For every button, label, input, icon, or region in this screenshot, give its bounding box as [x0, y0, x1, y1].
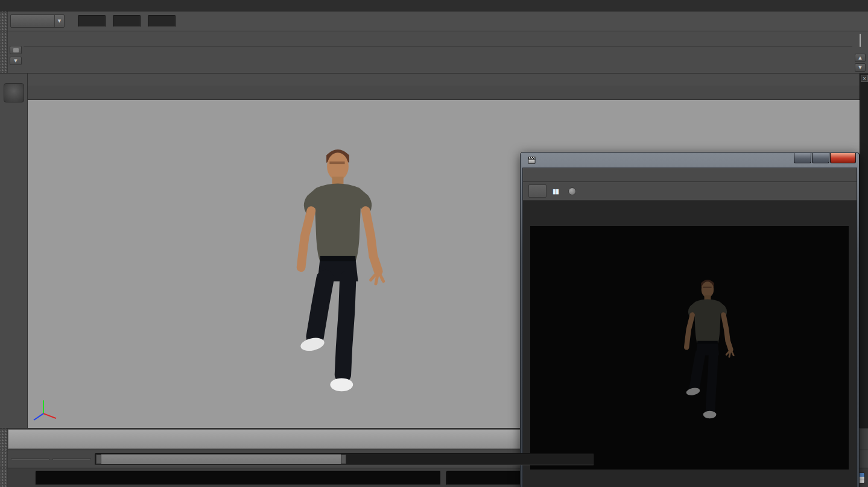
maximize-button[interactable] — [812, 153, 829, 163]
status-line: ▼ — [0, 11, 868, 31]
playback-range-bar[interactable] — [96, 454, 346, 464]
close-button[interactable] — [830, 153, 856, 163]
maya-application-window: ▼ ▼ ▲ ▼ — [0, 0, 868, 487]
command-line-drag-handle[interactable] — [0, 468, 8, 487]
render-view-content — [523, 201, 857, 474]
shelf-menu-button[interactable] — [10, 46, 22, 54]
y-coordinate-field[interactable] — [113, 15, 141, 27]
menu-set-selector[interactable]: ▼ — [10, 14, 65, 28]
panel-toolbar — [28, 86, 860, 100]
shelf-scroll-up-icon[interactable]: ▲ — [855, 54, 866, 62]
coordinate-entry — [71, 15, 176, 27]
x-coordinate-field[interactable] — [78, 15, 106, 27]
character-model[interactable] — [299, 149, 383, 391]
render-view-toolbar: ▮▮ — [523, 182, 857, 201]
shelf-tabs-toggle-button[interactable]: ▼ — [10, 57, 22, 65]
z-coordinate-field[interactable] — [148, 15, 176, 27]
rendered-character — [686, 280, 734, 418]
range-start-handle[interactable] — [96, 454, 101, 464]
status-line-drag-handle[interactable] — [0, 11, 8, 31]
playback-range-slider[interactable] — [95, 453, 594, 465]
main-workspace: × ▮▮ — [0, 74, 868, 428]
shelf-scroll-down-icon[interactable]: ▼ — [855, 63, 866, 72]
trash-icon — [860, 34, 861, 47]
stop-render-icon[interactable] — [568, 187, 576, 195]
main-menubar — [0, 0, 868, 11]
right-panel-strip: × — [860, 74, 868, 428]
time-slider-drag-handle[interactable] — [0, 429, 8, 450]
minimize-button[interactable] — [794, 153, 811, 163]
renderer-selector[interactable] — [528, 184, 546, 198]
range-slider-drag-handle[interactable] — [0, 450, 8, 468]
render-view-window: ▮▮ — [520, 152, 860, 487]
chevron-down-icon[interactable]: ▼ — [54, 15, 64, 27]
animation-start-field[interactable] — [11, 459, 49, 460]
axis-gizmo-icon — [34, 400, 56, 420]
panel-close-icon[interactable]: × — [861, 75, 868, 82]
render-status-bar — [523, 474, 857, 487]
pause-ipr-icon[interactable]: ▮▮ — [553, 187, 559, 195]
toolbox — [0, 74, 28, 428]
shelf: ▼ ▲ ▼ — [0, 31, 868, 74]
maya-logo — [4, 83, 24, 102]
render-view-titlebar[interactable] — [522, 152, 857, 168]
delete-shelf-item-icon[interactable] — [860, 35, 861, 46]
render-view-menubar — [523, 168, 857, 182]
command-input-field[interactable] — [36, 471, 440, 485]
playback-start-field[interactable] — [52, 459, 91, 460]
range-end-handle[interactable] — [341, 454, 346, 464]
shelf-drag-handle[interactable] — [0, 31, 8, 73]
rendered-image[interactable] — [530, 226, 849, 470]
shelf-menu-icon — [13, 48, 19, 52]
panel-menubar — [28, 74, 860, 86]
shelf-tabs — [24, 31, 852, 46]
render-view-window-icon — [527, 156, 536, 165]
shelf-icon-row — [24, 46, 852, 73]
